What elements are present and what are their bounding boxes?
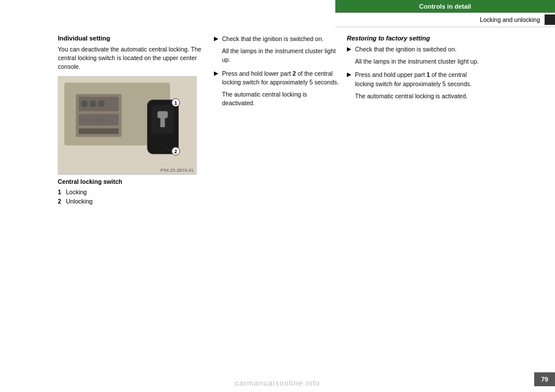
middle-bullet-2: ▶ Press and hold lower part 2 of the cen… [214, 69, 341, 87]
svg-point-4 [81, 100, 88, 107]
middle-bullet-1: ▶ Check that the ignition is switched on… [214, 35, 341, 43]
middle-indent-1: All the lamps in the instrument cluster … [214, 47, 341, 64]
middle-bullet-text-1: Check that the ignition is switched on. [222, 35, 324, 43]
section-indicator [545, 14, 555, 25]
svg-point-5 [90, 100, 97, 107]
right-bullet-arrow-2: ▶ [347, 71, 352, 88]
car-illustration: 1 2 [58, 77, 196, 174]
right-bullet-text-2: Press and hold upper part 1 of the centr… [355, 71, 480, 88]
controls-tab-label: Controls in detail [419, 3, 471, 10]
main-content: Individual setting You can deactivate th… [0, 35, 555, 369]
bold-2: 2 [293, 70, 296, 77]
watermark: carmanualsonline.info [235, 379, 320, 387]
right-bullet-text-1: Check that the ignition is switched on. [355, 45, 457, 54]
bullet-arrow-icon-2: ▶ [214, 70, 219, 87]
bullet-arrow-icon: ▶ [214, 35, 219, 43]
page-number: 79 [534, 372, 555, 386]
middle-indent-2: The automatic central locking is deactiv… [214, 90, 341, 108]
list-item: 1 Locking [58, 187, 202, 197]
bold-1: 1 [427, 71, 430, 78]
image-reference: P54.25-2879-31 [161, 168, 194, 173]
item-label: Unlocking [66, 197, 92, 206]
svg-text:2: 2 [175, 149, 177, 154]
right-column: Restoring to factory setting ▶ Check tha… [347, 35, 486, 369]
locking-label: Locking and unlocking [480, 16, 545, 23]
right-indent-2: The automatic central locking is activat… [347, 92, 480, 101]
right-bullet-arrow-1: ▶ [347, 46, 352, 54]
svg-point-6 [98, 100, 105, 107]
list-item: 2 Unlocking [58, 197, 202, 206]
caption-list: 1 Locking 2 Unlocking [58, 187, 202, 207]
middle-column: ▶ Check that the ignition is switched on… [214, 35, 347, 369]
item-num: 2 [58, 197, 64, 206]
individual-setting-title: Individual setting [58, 35, 202, 42]
locking-bar: Locking and unlocking [335, 13, 555, 27]
left-column: Individual setting You can deactivate th… [0, 35, 214, 369]
car-image-box: 1 2 P54.25-2879-31 [58, 76, 197, 175]
controls-tab: Controls in detail [335, 0, 555, 13]
right-bullet-2: ▶ Press and hold upper part 1 of the cen… [347, 71, 480, 88]
middle-bullet-text-2: Press and hold lower part 2 of the centr… [222, 69, 341, 87]
svg-rect-14 [160, 117, 165, 127]
right-bullet-1: ▶ Check that the ignition is switched on… [347, 45, 480, 54]
header-area: Controls in detail Locking and unlocking [335, 0, 555, 27]
right-indent-1: All the lamps in the instrument cluster … [347, 57, 480, 66]
restoring-title: Restoring to factory setting [347, 35, 480, 42]
svg-text:1: 1 [175, 100, 177, 106]
individual-setting-text: You can deactivate the automatic central… [58, 45, 202, 72]
item-label: Locking [66, 187, 87, 197]
item-num: 1 [58, 187, 64, 197]
svg-point-9 [96, 117, 102, 123]
svg-rect-10 [79, 128, 119, 134]
image-caption: Central locking switch [58, 178, 202, 185]
svg-point-8 [84, 117, 90, 123]
